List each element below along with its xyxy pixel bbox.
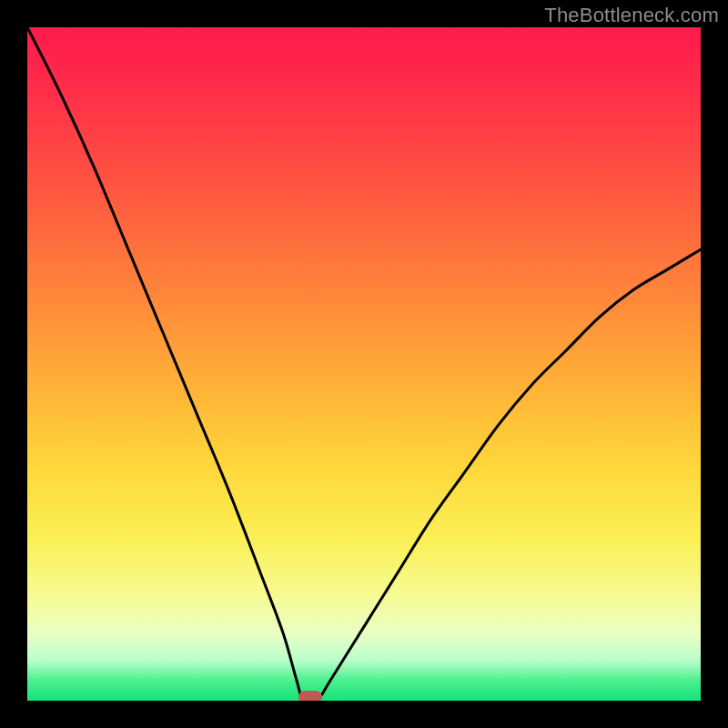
- chart-frame: TheBottleneck.com: [0, 0, 728, 728]
- watermark-text: TheBottleneck.com: [544, 4, 719, 27]
- curve-svg: [27, 27, 701, 701]
- optimal-marker: [298, 691, 322, 701]
- bottleneck-curve: [27, 27, 701, 701]
- plot-area: [27, 27, 701, 701]
